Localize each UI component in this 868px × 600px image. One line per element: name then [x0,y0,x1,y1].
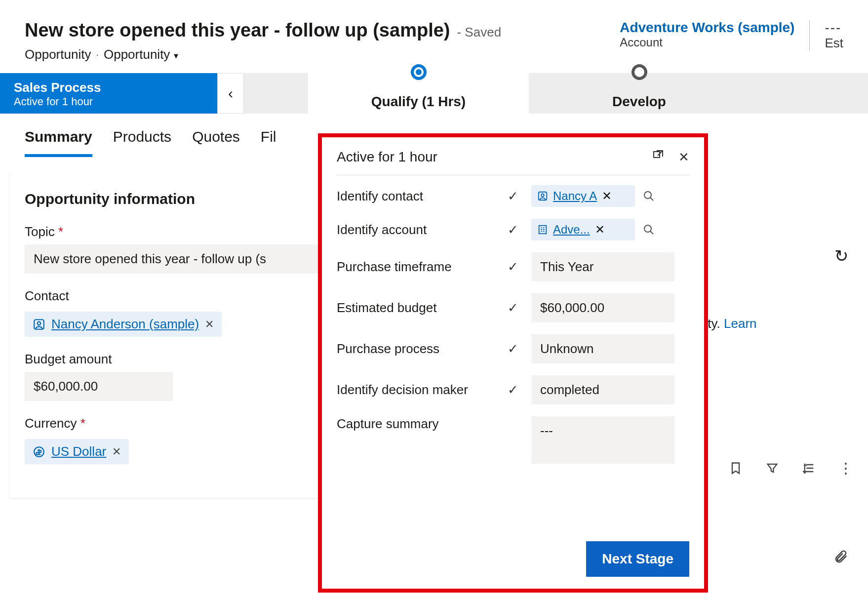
entity-name: Opportunity [25,47,91,62]
field-identify-account: Identify account ✓ Adve... ✕ [337,219,689,240]
check-icon: ✓ [505,189,521,204]
topic-label: Topic [25,224,55,239]
header-account-label: Account [620,36,794,49]
field-identify-decision-maker: Identify decision maker ✓ completed [337,375,689,404]
contact-icon [537,191,548,201]
record-header: New store opened this year - follow up (… [0,0,868,67]
business-process-flow: Sales Process Active for 1 hour ‹ Qualif… [0,73,868,114]
check-icon: ✓ [505,222,521,238]
header-right: Adventure Works (sample) Account --- Est [620,20,843,51]
chevron-left-icon: ‹ [228,85,233,102]
bpf-collapse-button[interactable]: ‹ [217,73,244,114]
identify-account-label: Identify account [337,222,495,238]
check-icon: ✓ [505,382,521,398]
svg-rect-7 [539,226,547,234]
bpf-process-name: Sales Process [14,80,203,95]
form-name: Opportunity [104,47,170,62]
svg-point-6 [644,192,651,199]
header-account-block: Adventure Works (sample) Account [620,20,794,49]
svg-point-1 [38,321,41,325]
check-icon: ✓ [505,300,521,316]
stage-qualify[interactable]: Qualify (1 Hrs) [308,73,529,114]
header-account-link[interactable]: Adventure Works (sample) [620,20,794,36]
capture-summary-input[interactable]: --- [531,416,674,464]
svg-point-8 [644,225,651,232]
stage-qualify-label: Qualify (1 Hrs) [371,94,466,110]
currency-lookup-chip[interactable]: US Dollar ✕ [25,439,129,464]
saved-indicator: - Saved [457,25,501,40]
check-icon: ✓ [505,341,521,357]
more-icon[interactable]: ⋮ [838,459,853,477]
required-indicator: * [80,416,85,431]
stage-develop[interactable]: Develop [529,73,750,114]
tab-products[interactable]: Products [113,128,171,157]
header-est-value: --- [825,20,843,36]
flyout-header: Active for 1 hour ✕ [337,149,689,175]
search-account-button[interactable] [638,219,660,240]
field-estimated-budget: Estimated budget ✓ $60,000.00 [337,293,689,322]
search-contact-button[interactable] [638,185,660,207]
bookmark-icon[interactable] [729,461,743,475]
field-purchase-timeframe: Purchase timeframe ✓ This Year [337,252,689,281]
header-est-block: --- Est [809,20,843,51]
identify-account-chip[interactable]: Adve... ✕ [531,219,635,240]
chevron-down-icon: ▾ [174,51,178,61]
field-capture-summary: Capture summary --- [337,416,689,464]
identify-decision-maker-input[interactable]: completed [531,375,674,404]
topic-input[interactable]: New store opened this year - follow up (… [25,244,331,274]
sort-icon[interactable] [802,461,816,475]
header-est-label: Est [825,36,843,51]
purchase-process-input[interactable]: Unknown [531,334,674,363]
remove-account-button[interactable]: ✕ [595,223,605,237]
close-icon[interactable]: ✕ [678,150,689,165]
contact-link[interactable]: Nancy Anderson (sample) [51,317,199,332]
remove-contact-button[interactable]: ✕ [602,189,612,203]
remove-contact-button[interactable]: ✕ [205,318,214,331]
breadcrumb: Opportunity · Opportunity ▾ [25,47,620,62]
estimated-budget-label: Estimated budget [337,300,495,316]
record-title: New store opened this year - follow up (… [25,20,450,41]
attachment-icon[interactable] [833,548,848,565]
form-selector[interactable]: Opportunity ▾ [104,47,178,62]
flyout-title: Active for 1 hour [337,149,437,165]
remove-currency-button[interactable]: ✕ [112,445,121,458]
identify-contact-link[interactable]: Nancy A [553,189,597,203]
account-icon [537,224,548,235]
check-icon: ✓ [505,259,521,275]
field-identify-contact: Identify contact ✓ Nancy A ✕ [337,185,689,207]
identify-contact-label: Identify contact [337,189,495,204]
stage-develop-label: Develop [612,94,666,110]
required-indicator: * [58,224,63,239]
tab-summary[interactable]: Summary [25,128,92,157]
identify-decision-maker-label: Identify decision maker [337,382,495,398]
popout-icon[interactable] [652,150,664,165]
budget-input[interactable]: $60,000.00 [25,372,173,401]
learn-link[interactable]: Learn [724,316,757,331]
stage-node-icon [631,64,647,80]
tab-quotes[interactable]: Quotes [192,128,240,157]
stage-node-icon [411,64,427,80]
capture-summary-label: Capture summary [337,416,495,432]
purchase-timeframe-input[interactable]: This Year [531,252,674,281]
bpf-active-process[interactable]: Sales Process Active for 1 hour [0,73,217,114]
separator-dot: · [96,49,99,60]
estimated-budget-input[interactable]: $60,000.00 [531,293,674,322]
identify-account-link[interactable]: Adve... [553,223,590,237]
currency-link[interactable]: US Dollar [51,444,106,459]
currency-label: Currency [25,416,77,431]
field-purchase-process: Purchase process ✓ Unknown [337,334,689,363]
svg-point-5 [541,194,544,197]
stage-flyout: Active for 1 hour ✕ Identify contact ✓ N… [318,133,708,593]
currency-icon [33,445,45,458]
identify-contact-chip[interactable]: Nancy A ✕ [531,185,635,207]
filter-icon[interactable] [765,461,779,475]
header-left: New store opened this year - follow up (… [25,20,620,62]
next-stage-button[interactable]: Next Stage [586,541,689,577]
tab-files[interactable]: Fil [261,128,276,157]
purchase-process-label: Purchase process [337,341,495,357]
purchase-timeframe-label: Purchase timeframe [337,259,495,275]
refresh-icon[interactable]: ↻ [834,246,848,266]
timeline-toolbar: ⋮ [729,459,853,477]
contact-icon [33,318,45,331]
contact-lookup-chip[interactable]: Nancy Anderson (sample) ✕ [25,312,222,337]
